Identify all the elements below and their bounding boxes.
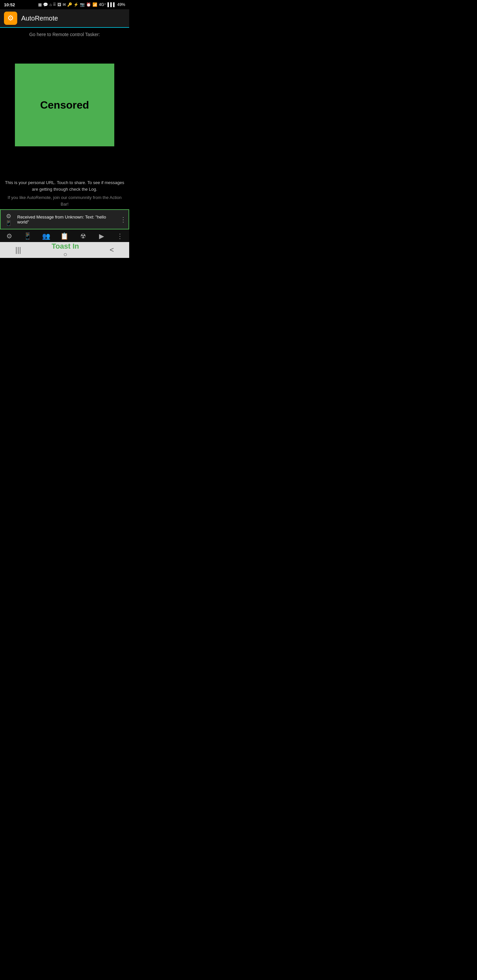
camera-icon: 📷 bbox=[80, 2, 85, 7]
ad-text: Censored bbox=[40, 99, 89, 111]
nav-item-play[interactable]: ▶ bbox=[94, 232, 108, 240]
app-logo: ⚙ bbox=[4, 11, 17, 25]
tasker-icon: ☢ bbox=[80, 232, 86, 240]
back-button[interactable]: < bbox=[110, 246, 114, 254]
signal-icon: ▌▌▌ bbox=[107, 2, 116, 7]
system-nav: ||| Toast In ○ < bbox=[0, 242, 129, 258]
sim-icon: ▦ bbox=[38, 2, 42, 7]
recents-button[interactable]: ||| bbox=[15, 246, 21, 254]
home-icon: ⌂ bbox=[49, 2, 52, 7]
toast-message: Received Message from Unknown: Text: "he… bbox=[17, 215, 117, 224]
gear-icon: ⚙ bbox=[7, 14, 14, 22]
nav-item-device[interactable]: 📱 bbox=[21, 232, 35, 240]
grid-icon: ⠿ bbox=[53, 2, 56, 7]
log-icon: 📋 bbox=[60, 232, 69, 240]
status-icons: ▦ 💬 ⌂ ⠿ 🖼 ✉ 🔑 ⚡ 📷 ⏰ 📶 4G⁺ ▌▌▌ 49% bbox=[38, 2, 125, 7]
home-button[interactable]: ○ bbox=[63, 251, 67, 258]
more-vert-icon: ⋮ bbox=[116, 232, 123, 240]
wifi-icon: 📶 bbox=[93, 2, 97, 7]
main-content: Go here to Remote control Tasker: Censor… bbox=[0, 28, 129, 209]
key-icon: 🔑 bbox=[67, 2, 72, 7]
gallery-icon: 🖼 bbox=[57, 2, 61, 7]
nav-item-log[interactable]: 📋 bbox=[57, 232, 72, 240]
flash-icon: ⚡ bbox=[73, 2, 78, 7]
phone-icon: 📱 bbox=[5, 220, 12, 226]
nav-item-more[interactable]: ⋮ bbox=[113, 232, 127, 240]
mail-icon: ✉ bbox=[62, 2, 66, 7]
nav-item-tasker[interactable]: ☢ bbox=[76, 232, 91, 240]
subtitle-text: Go here to Remote control Tasker: bbox=[29, 32, 100, 37]
community-text: If you like AutoRemote, join our communn… bbox=[0, 192, 129, 209]
status-time: 10:52 bbox=[4, 2, 15, 7]
message-icon: 💬 bbox=[43, 2, 48, 7]
alarm-icon: ⏰ bbox=[86, 2, 91, 7]
more-icon[interactable]: ⋮ bbox=[120, 216, 126, 223]
toast-in-label: Toast In bbox=[52, 242, 79, 251]
community-icon: 👥 bbox=[42, 232, 50, 240]
toast-actions: ⋮ bbox=[120, 216, 126, 223]
nav-item-settings[interactable]: ⚙ bbox=[2, 232, 17, 240]
play-icon: ▶ bbox=[99, 232, 104, 240]
battery-icon: 49% bbox=[117, 2, 125, 7]
nav-item-community[interactable]: 👥 bbox=[39, 232, 53, 240]
network-icon: 4G⁺ bbox=[99, 2, 106, 7]
bottom-nav: ⚙ 📱 👥 📋 ☢ ▶ ⋮ bbox=[0, 229, 129, 242]
app-title: AutoRemote bbox=[21, 14, 58, 22]
toast-notification: ⚙ 📱 Received Message from Unknown: Text:… bbox=[0, 209, 129, 229]
personal-url-text[interactable]: This is your personal URL. Touch to shar… bbox=[0, 180, 129, 192]
status-bar: 10:52 ▦ 💬 ⌂ ⠿ 🖼 ✉ 🔑 ⚡ 📷 ⏰ 📶 4G⁺ ▌▌▌ 49% bbox=[0, 0, 129, 9]
ad-block[interactable]: Censored bbox=[15, 64, 114, 146]
phone-device-icon: 📱 bbox=[24, 232, 32, 240]
toast-icon-group: ⚙ 📱 bbox=[3, 213, 14, 226]
app-bar: ⚙ AutoRemote bbox=[0, 9, 129, 28]
settings-icon: ⚙ bbox=[6, 232, 12, 240]
sliders-icon: ⚙ bbox=[6, 213, 11, 220]
